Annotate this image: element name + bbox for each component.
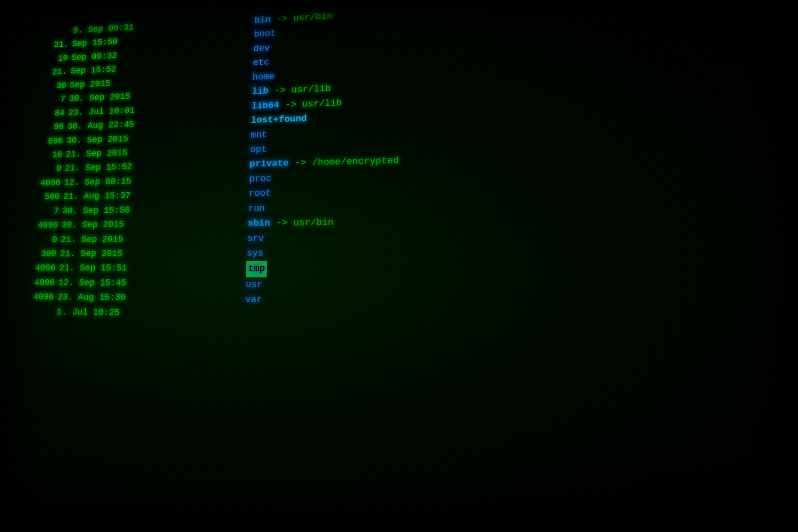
dir-name: boot [254,27,276,42]
symlink-arrow: -> [276,216,287,231]
link-target: usr/bin [293,9,332,26]
link-target: usr/lib [291,81,331,97]
dir-name: opt [250,142,267,157]
list-item: 4096 30. Sep 2015 [33,216,253,232]
dir-name: dev [253,41,270,56]
dir-name: sbin [247,216,270,231]
dir-name: etc [253,55,270,70]
dir-name: sys [246,246,264,261]
list-item: 300 21. Sep 2015 [31,246,252,262]
dir-name: lib64 [251,98,279,113]
list-item: 4096 23. Aug 15:39 [29,290,251,306]
dir-name-tmp: tmp [246,261,267,277]
dir-entry-tmp: tmp [246,261,788,279]
list-item: 4096 21. Sep 15:51 [30,261,251,276]
dir-name: root [248,186,271,202]
link-target: usr/lib [302,96,342,112]
dir-name: private [250,156,289,172]
symlink-arrow: -> [274,84,286,98]
dir-name: lost+found [251,112,307,128]
symlink-arrow: -> [285,97,296,112]
link-target: /home/encrypted [312,154,399,171]
dir-name: usr [245,277,263,293]
dir-name: lib [252,84,269,99]
dir-name: bin [254,13,271,28]
symlink-arrow: -> [294,156,306,171]
dir-name: run [248,201,265,216]
right-panel: bin -> usr/bin boot dev etc home lib [239,0,796,325]
list-item: 0 21. Sep 2015 [32,231,253,247]
dir-entry-sys: sys [246,244,787,261]
symlink-arrow: -> [276,12,287,27]
dir-name: srv [247,231,264,246]
terminal-screen: 9. Sep 09:31 21. Sep 15:50 19 Sep 09:32 … [0,0,798,532]
left-panel: 9. Sep 09:31 21. Sep 15:50 19 Sep 09:32 … [23,4,264,332]
dir-name: proc [249,171,272,187]
list-item: 4096 12. Sep 15:45 [30,276,251,291]
dir-entry-var: var [245,293,789,313]
list-item: 1. Jul 10:25 [28,304,250,322]
dir-name: mnt [251,128,268,143]
link-target: usr/bin [293,215,334,231]
dir-name: var [245,293,262,308]
terminal-content: 9. Sep 09:31 21. Sep 15:50 19 Sep 09:32 … [20,0,798,532]
dir-name: home [252,70,275,85]
